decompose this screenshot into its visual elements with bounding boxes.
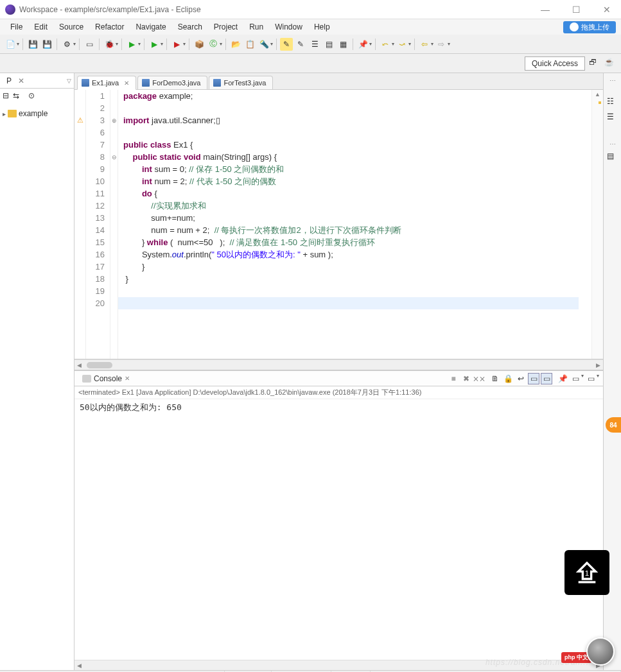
save-all-button[interactable]: 💾 — [40, 38, 53, 51]
ext-tools-button[interactable]: ▶ — [170, 38, 183, 51]
quick-access-input[interactable]: Quick Access — [525, 56, 585, 71]
menu-navigate[interactable]: Navigate — [130, 21, 171, 33]
code-line[interactable]: do { — [123, 187, 591, 200]
search-button[interactable]: 🔦 — [258, 38, 270, 51]
code-line[interactable] — [123, 285, 591, 297]
open-console-button[interactable]: ▭ — [585, 373, 597, 384]
editor-tab-fortest3-java[interactable]: ForTest3.java — [209, 76, 273, 89]
build-button[interactable]: ⚙ — [60, 38, 73, 51]
debug-button[interactable]: 🐞 — [103, 38, 116, 51]
close-tab-icon[interactable]: ✕ — [124, 80, 129, 87]
annotation-button[interactable]: ✎ — [294, 38, 307, 51]
task-button[interactable]: ☰ — [308, 38, 321, 51]
bookmark-button[interactable]: ▤ — [322, 38, 335, 51]
menu-edit[interactable]: Edit — [29, 21, 53, 33]
explorer-tab[interactable]: P — [3, 75, 15, 87]
outline-view-icon[interactable]: ☷ — [607, 97, 618, 108]
java-perspective-icon[interactable]: ☕ — [604, 58, 616, 69]
scrollbar-thumb[interactable] — [87, 362, 112, 368]
code-line[interactable]: public class Ex1 { — [123, 139, 591, 151]
code-line[interactable] — [123, 126, 591, 139]
scroll-left-icon[interactable]: ◀ — [74, 362, 84, 368]
code-editor[interactable]: ⚠ 12367891011121314151617181920 ⊕⊖ packa… — [74, 90, 603, 359]
maximize-button[interactable]: ☐ — [567, 4, 585, 15]
run-button[interactable]: ▶ — [125, 38, 138, 51]
show-console-stdout-button[interactable]: ▭ — [528, 373, 539, 384]
menu-file[interactable]: File — [5, 21, 28, 33]
menu-run[interactable]: Run — [244, 21, 268, 33]
code-line[interactable]: } while ( num<=50 ); // 满足数值在 1-50 之间时重复… — [123, 236, 591, 248]
nav-next-button[interactable]: ⤻ — [396, 38, 408, 51]
code-line[interactable]: } — [123, 273, 591, 285]
editor-tab-ex1-java[interactable]: Ex1.java✕ — [77, 76, 136, 90]
coverage-button[interactable]: ▶ — [148, 38, 161, 51]
code-line[interactable] — [123, 102, 591, 114]
overview-ruler[interactable]: ▲ — [591, 90, 603, 359]
menu-window[interactable]: Window — [270, 21, 308, 33]
console-output[interactable]: 50以内的偶数之和为: 650 — [74, 399, 603, 660]
remove-all-button[interactable]: ⨯⨯ — [473, 373, 485, 384]
scroll-right-icon[interactable]: ▶ — [593, 362, 603, 368]
fold-toggle-icon[interactable]: ⊕ — [112, 117, 117, 124]
menu-search[interactable]: Search — [173, 21, 207, 33]
view-menu-icon[interactable]: ▽ — [67, 78, 71, 84]
upload-overlay-button[interactable]: 1 — [564, 550, 609, 595]
focus-task-icon[interactable]: ⊙ — [28, 91, 37, 100]
new-button[interactable]: 📄 — [4, 38, 17, 51]
scroll-left-icon[interactable]: ◀ — [74, 662, 84, 669]
code-line[interactable]: int num = 2; // 代表 1-50 之间的偶数 — [123, 175, 591, 187]
menu-project[interactable]: Project — [209, 21, 243, 33]
link-editor-icon[interactable]: ⇆ — [13, 91, 22, 100]
collapse-all-icon[interactable]: ⊟ — [3, 91, 12, 100]
warning-icon[interactable]: ⚠ — [77, 116, 83, 125]
menu-source[interactable]: Source — [54, 21, 89, 33]
code-line[interactable]: } — [123, 261, 591, 273]
forward-button[interactable]: ⇨ — [435, 38, 448, 51]
code-line[interactable]: package example; — [123, 90, 591, 102]
back-button[interactable]: ⇦ — [418, 38, 431, 51]
open-type-button[interactable]: 📂 — [229, 38, 242, 51]
pin-button[interactable]: 📌 — [356, 38, 369, 51]
word-wrap-button[interactable]: ↩ — [515, 373, 527, 384]
pin-console-button[interactable]: 📌 — [557, 373, 568, 384]
code-line[interactable]: //实现累加求和 — [123, 200, 591, 212]
close-button[interactable]: ✕ — [598, 4, 616, 15]
code-line[interactable]: sum+=num; — [123, 212, 591, 224]
nav-prev-button[interactable]: ⤺ — [379, 38, 392, 51]
terminate-button[interactable]: ■ — [448, 373, 459, 384]
expand-icon[interactable]: ▸ — [3, 110, 6, 117]
display-selected-button[interactable]: ▭ — [570, 373, 581, 384]
menu-refactor[interactable]: Refactor — [90, 21, 129, 33]
tab-close-icon[interactable]: ✕ — [18, 76, 24, 85]
drag-upload-button[interactable]: 拖拽上传 — [563, 21, 616, 33]
perspective-customize-icon[interactable]: 🗗 — [589, 58, 600, 69]
clear-console-button[interactable]: 🗎 — [489, 373, 501, 384]
console-scrollbar-h[interactable]: ◀ ▶ — [74, 660, 603, 670]
code-line[interactable]: public static void main(String[] args) { — [123, 151, 591, 163]
editor-tab-fordemo3-java[interactable]: ForDemo3.java — [137, 76, 207, 89]
scroll-lock-button[interactable]: 🔒 — [502, 373, 514, 384]
code-line[interactable]: import java.util.Scanner;▯ — [123, 114, 591, 126]
code-line[interactable]: num = num + 2; // 每执行一次将数值加2，以进行下次循环条件判断 — [123, 224, 591, 236]
code-line[interactable]: int sum = 0; // 保存 1-50 之间偶数的和 — [123, 163, 591, 175]
new-class-button[interactable]: Ⓒ — [207, 38, 220, 51]
marker-button[interactable]: ✎ — [280, 38, 293, 51]
breakpoint-button[interactable]: ▦ — [337, 38, 349, 51]
save-button[interactable]: 💾 — [26, 38, 39, 51]
fold-toggle-icon[interactable]: ⊖ — [112, 154, 117, 160]
code-line[interactable]: System.out.println(" 50以内的偶数之和为: " + sum… — [123, 248, 591, 261]
avatar[interactable] — [586, 637, 615, 666]
minimize-button[interactable]: — — [536, 4, 554, 15]
restore-icon[interactable]: ⋯ — [609, 77, 616, 84]
editor-scrollbar-h[interactable]: ◀ ▶ — [74, 359, 603, 370]
task-list-icon[interactable]: ☰ — [607, 112, 618, 124]
warning-marker[interactable] — [599, 101, 601, 104]
console-tab-close-icon[interactable]: ✕ — [125, 375, 130, 382]
new-package-button[interactable]: 📦 — [193, 38, 206, 51]
code-line[interactable] — [123, 297, 591, 309]
open-task-button[interactable]: 📋 — [243, 38, 256, 51]
console-tab[interactable]: Console ✕ — [78, 373, 134, 384]
side-badge[interactable]: 84 — [606, 417, 621, 433]
toggle-button[interactable]: ▭ — [83, 38, 96, 51]
project-tree-item[interactable]: ▸ example — [3, 108, 71, 119]
